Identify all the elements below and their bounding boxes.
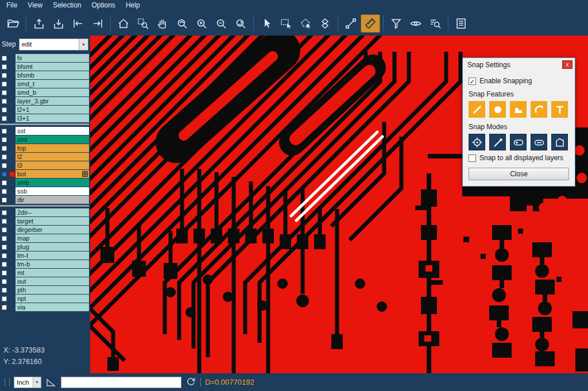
layer-visibility-checkbox[interactable] (2, 137, 7, 142)
layer-label[interactable]: tm-t (16, 251, 89, 260)
layer-row-npt[interactable]: npt (0, 295, 90, 303)
select-rectangle-button[interactable] (276, 14, 296, 33)
layer-label[interactable]: smt (16, 136, 89, 144)
layer-row-target[interactable]: target (0, 217, 90, 225)
layer-visibility-checkbox[interactable] (2, 189, 7, 194)
layer-active-indicator[interactable] (8, 153, 16, 161)
chevron-down-icon[interactable]: ▼ (79, 39, 88, 50)
layer-visibility-checkbox[interactable] (2, 270, 7, 276)
layer-visibility-checkbox[interactable] (2, 198, 7, 203)
layer-visibility-checkbox[interactable] (2, 64, 7, 69)
layer-active-indicator[interactable] (8, 144, 16, 152)
select-same-button[interactable] (315, 14, 335, 33)
layer-label[interactable]: 2dir-- (16, 208, 89, 216)
layer-row-dir[interactable]: dir (0, 196, 90, 204)
menu-options[interactable]: Options (87, 0, 121, 11)
layer-label[interactable]: sst (16, 127, 89, 135)
layer-label[interactable]: bfsmt (16, 63, 89, 71)
close-icon[interactable]: x (562, 60, 572, 69)
layer-row-pth[interactable]: pth (0, 286, 90, 294)
snap-close-button[interactable]: Close (469, 168, 569, 180)
layer-active-indicator[interactable] (8, 97, 16, 105)
layer-active-indicator[interactable] (8, 127, 16, 135)
zoom-window-button[interactable] (133, 14, 153, 33)
layer-visibility-checkbox[interactable] (2, 90, 7, 95)
import-bottom-button[interactable] (49, 14, 68, 33)
layer-visibility-checkbox[interactable] (2, 296, 7, 301)
layer-row-via[interactable]: via (0, 303, 90, 311)
layer-row-bot[interactable]: bot (0, 170, 90, 178)
snap-center-button[interactable] (469, 134, 485, 150)
refresh-icon[interactable] (185, 377, 196, 388)
layer-label[interactable]: l3 (16, 161, 89, 169)
layer-row-mt[interactable]: mt (0, 269, 90, 277)
layer-active-indicator[interactable] (8, 295, 16, 303)
layer-row-ssb[interactable]: ssb (0, 187, 90, 195)
enable-snapping-checkbox[interactable]: ✓ (469, 78, 476, 85)
snap-all-layers-checkbox[interactable] (469, 154, 476, 162)
layer-visibility-checkbox[interactable] (2, 107, 7, 113)
layer-label[interactable]: plug (16, 243, 89, 251)
export-top-button[interactable] (29, 14, 49, 33)
layer-label[interactable]: layer_3.gbr (16, 97, 89, 105)
layer-active-indicator[interactable] (8, 226, 16, 234)
layer-active-indicator[interactable] (8, 114, 16, 122)
layer-active-indicator[interactable] (8, 196, 16, 204)
export-right-button[interactable] (88, 14, 107, 33)
filter-button[interactable] (386, 14, 406, 33)
layer-active-indicator[interactable] (8, 208, 16, 216)
import-left-button[interactable] (68, 14, 88, 33)
ruler-tool-button[interactable] (361, 14, 380, 33)
layer-visibility-checkbox[interactable] (2, 73, 7, 78)
snap-line-button[interactable] (469, 101, 485, 118)
layer-active-indicator[interactable] (8, 71, 16, 79)
zoom-out-button[interactable] (211, 14, 231, 33)
layer-active-indicator[interactable] (8, 234, 16, 242)
dialog-titlebar[interactable]: Snap Settings x (463, 58, 575, 71)
layer-row-tm-b[interactable]: tm-b (0, 260, 90, 268)
layer-row-sst[interactable]: sst (0, 127, 90, 135)
menu-selection[interactable]: Selection (48, 0, 86, 11)
menu-file[interactable]: File (1, 0, 22, 11)
zoom-polygon-button[interactable] (172, 14, 192, 33)
layer-visibility-checkbox[interactable] (2, 210, 7, 215)
layer-row-tm-t[interactable]: tm-t (0, 251, 90, 260)
layer-visibility-checkbox[interactable] (2, 236, 7, 241)
layer-active-indicator[interactable] (8, 187, 16, 195)
select-polygon-button[interactable] (296, 14, 315, 33)
layer-active-indicator[interactable] (8, 63, 16, 71)
layer-label[interactable]: ssb (16, 187, 89, 195)
chevron-down-icon[interactable]: ▼ (33, 377, 41, 388)
layer-active-indicator[interactable] (8, 106, 16, 114)
snap-key-button[interactable] (510, 134, 527, 150)
layer-row-smt[interactable]: smt (0, 136, 90, 144)
layer-visibility-checkbox[interactable] (2, 305, 7, 310)
layer-label[interactable]: mt (16, 269, 89, 277)
menu-view[interactable]: View (22, 0, 48, 11)
layer-visibility-checkbox[interactable] (2, 288, 7, 293)
layer-visibility-checkbox[interactable] (2, 245, 7, 250)
layer-visibility-checkbox[interactable] (2, 99, 7, 104)
layer-label[interactable]: bfsmb (16, 71, 89, 79)
layer-visibility-checkbox[interactable] (2, 56, 7, 61)
view-options-button[interactable] (406, 14, 425, 33)
layer-label[interactable]: fx (16, 54, 89, 62)
pan-button[interactable] (153, 14, 172, 33)
layer-label[interactable]: out (16, 277, 89, 285)
layer-label[interactable]: l2 (16, 153, 89, 161)
layer-row-dirgerber[interactable]: dirgerber (0, 226, 90, 234)
layer-row-bfsmt[interactable]: bfsmt (0, 63, 90, 71)
layer-active-indicator[interactable] (8, 179, 16, 187)
home-view-button[interactable] (114, 14, 133, 33)
layer-active-indicator[interactable] (8, 88, 16, 96)
command-input[interactable] (61, 377, 181, 388)
layer-row-l2+1[interactable]: l2+1 (0, 106, 90, 114)
step-dropdown[interactable]: edit ▼ (19, 38, 88, 51)
layer-active-indicator[interactable] (8, 243, 16, 251)
layer-label[interactable]: l3+1 (16, 114, 89, 122)
layer-active-indicator[interactable] (8, 136, 16, 144)
layer-active-indicator[interactable] (8, 269, 16, 277)
snap-arc-button[interactable] (531, 101, 547, 118)
layer-label[interactable]: npt (16, 295, 89, 303)
layer-row-2dir--[interactable]: 2dir-- (0, 208, 90, 216)
